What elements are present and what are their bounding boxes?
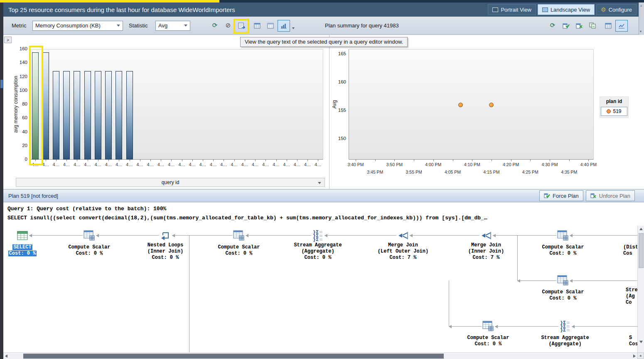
x-tick-label: 4…: [262, 162, 269, 167]
plan-node-line: Compute Scalar: [534, 244, 592, 251]
x-tick-mark: [297, 160, 297, 161]
plan-grid-view-button[interactable]: [602, 20, 615, 32]
legend-item-plan-519[interactable]: 519: [601, 107, 627, 116]
force-plan-icon: [563, 22, 570, 29]
plan-connector-arrow: [96, 234, 99, 237]
vertical-scrollbar[interactable]: [637, 226, 644, 352]
metric-dropdown[interactable]: Memory Consumption (KB): [32, 21, 123, 31]
tooltip: View the query text of the selected quer…: [240, 37, 408, 47]
scroll-right-arrow[interactable]: [633, 354, 636, 358]
chart-view-button[interactable]: [278, 20, 290, 32]
plan-node-label: Stream(AgCo: [625, 287, 637, 306]
compare-plans-button[interactable]: [586, 20, 599, 32]
plan-connector: [449, 280, 449, 326]
bar-query[interactable]: [74, 71, 80, 160]
unforce-plan-icon: [590, 193, 597, 199]
plan-node-label: SELECTCost: 0 %: [3, 244, 52, 257]
horizontal-scrollbar[interactable]: [3, 352, 637, 359]
bar-query[interactable]: [42, 52, 49, 160]
landscape-view-button[interactable]: Landscape View: [538, 4, 595, 15]
plan-connector-arrow: [495, 325, 498, 328]
x-tick-label: 4…: [53, 162, 59, 167]
x-tick-label: 4:15 PM: [483, 170, 499, 175]
vertical-scrollbar-thumb[interactable]: [639, 233, 644, 268]
x-tick-mark: [171, 160, 172, 161]
bar-query[interactable]: [84, 71, 91, 160]
grid-view-button[interactable]: [251, 20, 263, 32]
x-tick-mark: [66, 160, 67, 161]
execution-plan-canvas[interactable]: SELECTCost: 0 %Compute ScalarCost: 0 %Ne…: [3, 226, 637, 352]
legend-title: plan id: [601, 98, 627, 104]
plan-node-line: Cost: 0 %: [289, 255, 347, 261]
grid-icon: [605, 23, 612, 29]
stream-aggregate-icon: }Σ}Σ}Σ: [559, 320, 571, 332]
toolbar-overflow-chevron[interactable]: [291, 20, 296, 32]
plan-node-line: (Inner Join): [136, 248, 194, 255]
plan-node-line: Cost.: [628, 341, 637, 347]
x-axis-selector[interactable]: query id: [16, 178, 325, 187]
plan-connector: [29, 235, 83, 236]
x-tick-label: 4…: [199, 162, 206, 167]
plan-connector-arrow: [449, 325, 452, 328]
x-tick-label: 4…: [157, 162, 164, 167]
bar-query[interactable]: [126, 71, 133, 160]
statistic-dropdown[interactable]: Avg: [155, 21, 190, 31]
bar-query[interactable]: [63, 71, 70, 160]
force-plan-toolbar-button[interactable]: [560, 20, 572, 32]
x-tick-label: 4…: [74, 162, 80, 167]
plan-connector-arrow: [572, 325, 575, 328]
bar-query[interactable]: [116, 71, 122, 160]
bar-selected-query[interactable]: [32, 52, 39, 160]
unforce-plan-label: Unforce Plan: [599, 193, 630, 199]
portrait-view-button[interactable]: Portrait View: [488, 4, 536, 15]
zoom-plus-button[interactable]: +: [637, 352, 644, 359]
left-edge-marker: [0, 80, 3, 88]
collapse-chart-pane-button[interactable]: >: [4, 37, 12, 43]
track-query-button[interactable]: ⊘: [222, 20, 234, 32]
x-tick-mark: [255, 160, 256, 161]
scroll-down-arrow[interactable]: [639, 341, 643, 343]
scroll-left-arrow[interactable]: [5, 354, 7, 358]
force-plan-button[interactable]: Force Plan: [539, 190, 583, 201]
x-tick-mark: [265, 160, 266, 161]
x-tick-label: 4…: [32, 162, 38, 167]
refresh-button[interactable]: ⟳: [209, 20, 221, 32]
x-tick-mark: [307, 160, 308, 161]
grid-view-alt-button[interactable]: [264, 20, 277, 32]
plan-chart-view-button[interactable]: [615, 20, 628, 32]
x-tick-mark: [88, 160, 88, 161]
unforce-plan-button[interactable]: Unforce Plan: [586, 190, 635, 201]
bar-query[interactable]: [53, 71, 59, 160]
x-tick-label: 4:05 PM: [445, 170, 461, 175]
plan-toolbar-buttons: ⟳: [546, 20, 628, 32]
refresh-plan-button[interactable]: ⟳: [546, 20, 559, 32]
plan-node-line: Cost: 0 %: [210, 251, 268, 257]
plan-node-label: Merge Join(Inner Join)Cost: 7 %: [457, 242, 515, 261]
unforce-plan-toolbar-button[interactable]: [573, 20, 585, 32]
statistic-label: Statistic: [129, 22, 152, 29]
plan-node-line: Cost: 0 %: [3, 251, 52, 257]
x-tick-mark: [161, 160, 161, 161]
configure-button[interactable]: ⚙ Configure: [596, 4, 637, 15]
bar-query[interactable]: [95, 71, 101, 160]
toolstrip-overflow-handle[interactable]: [639, 2, 644, 35]
plan-summary-label: Plan summary for query 41983: [325, 22, 399, 29]
x-tick-label: 4…: [126, 162, 133, 167]
query-text-icon: [238, 22, 245, 29]
x-tick-mark: [245, 160, 245, 161]
compute-scalar-icon: [557, 274, 569, 287]
horizontal-scrollbar-thumb[interactable]: [23, 354, 444, 359]
y-tick-label: 60: [3, 115, 27, 120]
plan-data-point[interactable]: [458, 103, 463, 107]
view-query-text-button[interactable]: [235, 20, 248, 32]
scroll-up-arrow[interactable]: [639, 228, 643, 230]
nested-loops-icon: [159, 229, 172, 242]
circle-slash-icon: ⊘: [226, 22, 231, 29]
x-tick-mark: [588, 160, 589, 161]
bar-query[interactable]: [105, 71, 112, 160]
x-tick-label: 4…: [84, 162, 91, 167]
grid-alt-icon: [267, 23, 274, 29]
plan-connector: [96, 235, 159, 236]
compare-plans-icon: [589, 22, 596, 29]
x-tick-label: 3:55 PM: [406, 170, 422, 175]
